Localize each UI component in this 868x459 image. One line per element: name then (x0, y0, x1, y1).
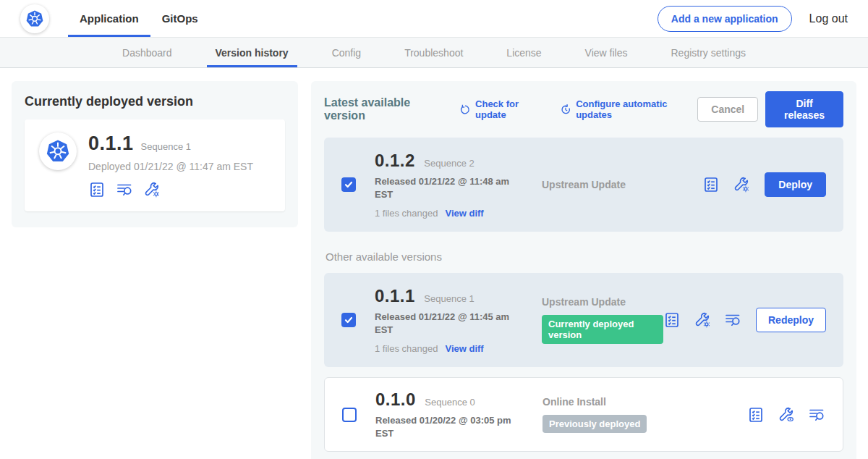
cancel-button[interactable]: Cancel (697, 97, 758, 122)
configure-auto-updates-label: Configure automatic updates (576, 98, 697, 120)
version-number: 0.1.2 (375, 151, 415, 170)
admin-console: Application GitOps Add a new application… (0, 0, 868, 459)
tab-application[interactable]: Application (68, 0, 150, 37)
files-changed-label: 1 files changed (375, 343, 438, 354)
refresh-icon (459, 104, 471, 116)
edit-config-icon[interactable] (733, 176, 750, 193)
version-history-panel: Latest available version Check for updat… (311, 81, 856, 459)
deployed-sequence-label: Sequence 1 (141, 141, 191, 152)
version-info: 0.1.2 Sequence 2 Released 01/21/22 @ 11:… (375, 151, 523, 219)
navbar-right: Add a new application Log out (658, 0, 848, 37)
subnav-troubleshoot[interactable]: Troubleshoot (383, 38, 485, 67)
version-source: Upstream Update (542, 179, 702, 190)
version-number: 0.1.0 (375, 389, 416, 409)
app-subnav: Dashboard Version history Config Trouble… (0, 38, 868, 68)
subnav-dashboard[interactable]: Dashboard (101, 38, 194, 67)
previously-deployed-badge: Previously deployed (542, 415, 647, 433)
version-info: 0.1.1 Sequence 1 Released 01/21/22 @ 11:… (375, 286, 523, 354)
latest-version-header: Latest available version Check for updat… (324, 91, 843, 127)
configure-auto-updates-link[interactable]: Configure automatic updates (560, 98, 697, 120)
edit-config-icon[interactable] (143, 181, 161, 198)
version-checkbox[interactable] (342, 408, 357, 422)
main-content: Currently deployed version 0.1.1 Sequenc… (0, 68, 868, 459)
view-diff-link[interactable]: View diff (445, 208, 483, 219)
sequence-label: Sequence 2 (424, 158, 474, 169)
currently-deployed-panel: Currently deployed version 0.1.1 Sequenc… (12, 81, 298, 227)
preflight-checklist-icon[interactable] (702, 176, 720, 193)
source-label: Online Install (542, 396, 747, 408)
subnav-view-files[interactable]: View files (563, 38, 650, 67)
logout-link[interactable]: Log out (809, 12, 848, 25)
currently-deployed-title: Currently deployed version (25, 94, 285, 109)
view-logs-icon[interactable] (116, 181, 133, 198)
deployed-version-number: 0.1.1 (88, 132, 134, 155)
check-for-update-link[interactable]: Check for update (459, 98, 547, 120)
check-for-update-label: Check for update (475, 98, 547, 120)
latest-version-heading: Latest available version (324, 96, 446, 122)
version-number: 0.1.1 (375, 286, 415, 306)
add-application-button[interactable]: Add a new application (658, 6, 792, 32)
subnav-registry-settings[interactable]: Registry settings (650, 38, 767, 67)
brand-logo-wrap (20, 0, 49, 37)
redeploy-button[interactable]: Redeploy (756, 308, 826, 332)
version-row-icons (663, 311, 741, 329)
checkmark-icon (344, 180, 353, 189)
source-label: Upstream Update (542, 296, 663, 308)
version-row-0-1-1: 0.1.1 Sequence 1 Released 01/21/22 @ 11:… (324, 273, 843, 367)
deploy-button[interactable]: Deploy (765, 172, 826, 197)
app-kubernetes-logo-icon (39, 132, 77, 170)
preflight-checklist-icon[interactable] (88, 181, 106, 198)
sequence-label: Sequence 1 (424, 293, 474, 304)
checkmark-icon (344, 316, 353, 324)
version-source: Upstream Update Currently deployed versi… (542, 296, 663, 344)
currently-deployed-badge: Currently deployed version (542, 315, 663, 344)
released-timestamp: Released 01/21/22 @ 11:45 am EST (375, 311, 514, 336)
version-row-0-1-0: 0.1.0 Sequence 0 Released 01/20/22 @ 03:… (324, 377, 843, 452)
version-row-icons (702, 176, 750, 193)
other-versions-heading: Other available versions (326, 250, 842, 263)
version-checkbox[interactable] (341, 177, 356, 192)
top-navbar: Application GitOps Add a new application… (0, 0, 868, 38)
deployed-timestamp: Deployed 01/21/22 @ 11:47 am EST (88, 161, 253, 172)
subnav-version-history[interactable]: Version history (194, 38, 310, 67)
view-logs-icon[interactable] (724, 311, 741, 329)
sequence-label: Sequence 0 (425, 397, 475, 408)
version-checkbox[interactable] (341, 313, 356, 327)
view-logs-icon[interactable] (808, 406, 825, 424)
deployed-version-card: 0.1.1 Sequence 1 Deployed 01/21/22 @ 11:… (25, 119, 285, 211)
kubernetes-logo-icon (20, 4, 49, 33)
view-diff-link[interactable]: View diff (445, 343, 483, 354)
auto-update-clock-icon (560, 104, 571, 116)
source-label: Upstream Update (542, 179, 702, 190)
version-source: Online Install Previously deployed (542, 396, 747, 433)
subnav-license[interactable]: License (485, 38, 563, 67)
released-timestamp: Released 01/20/22 @ 03:05 pm EST (375, 414, 514, 439)
version-row-0-1-2: 0.1.2 Sequence 2 Released 01/21/22 @ 11:… (324, 138, 843, 232)
version-info: 0.1.0 Sequence 0 Released 01/20/22 @ 03:… (375, 389, 524, 439)
top-nav-tabs: Application GitOps (68, 0, 210, 37)
edit-config-icon[interactable] (694, 311, 711, 329)
diff-releases-button[interactable]: Diff releases (765, 91, 843, 127)
tab-gitops[interactable]: GitOps (150, 0, 210, 37)
version-row-icons (747, 406, 825, 424)
preflight-checklist-icon[interactable] (747, 406, 765, 424)
files-changed-label: 1 files changed (375, 208, 438, 219)
deployed-version-details: 0.1.1 Sequence 1 Deployed 01/21/22 @ 11:… (88, 132, 253, 198)
subnav-config[interactable]: Config (310, 38, 383, 67)
released-timestamp: Released 01/21/22 @ 11:48 am EST (375, 175, 514, 201)
preflight-checklist-icon[interactable] (663, 311, 681, 329)
view-config-icon[interactable] (778, 406, 795, 424)
